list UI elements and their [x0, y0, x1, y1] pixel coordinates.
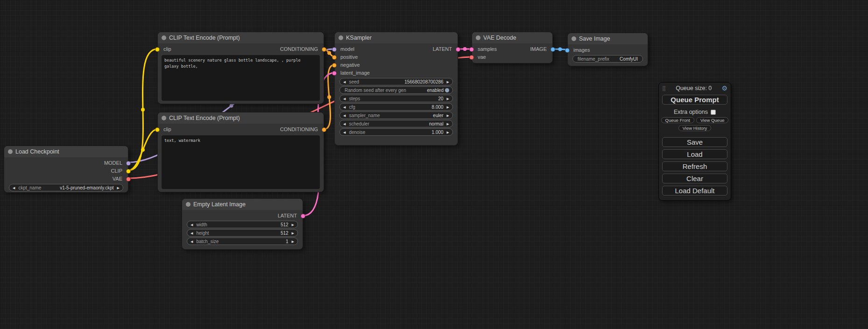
node-clip-text-encode-positive[interactable]: CLIP Text Encode (Prompt) clip CONDITION…: [157, 32, 324, 104]
increment-arrow-icon[interactable]: ▶: [447, 80, 449, 84]
node-title: KSampler: [346, 35, 372, 41]
input-port-latent-image[interactable]: [332, 71, 337, 76]
output-port-clip[interactable]: [126, 169, 131, 174]
decrement-arrow-icon[interactable]: ◀: [13, 186, 15, 189]
node-load-checkpoint[interactable]: Load Checkpoint MODEL CLIP VAE ◀ ckpt_na…: [4, 146, 128, 193]
queue-prompt-button[interactable]: Queue Prompt: [662, 95, 727, 105]
node-title-bar[interactable]: CLIP Text Encode (Prompt): [158, 32, 324, 43]
widget-random-seed-toggle[interactable]: Random seed after every gen enabled: [339, 86, 453, 94]
increment-arrow-icon[interactable]: ▶: [447, 105, 449, 109]
increment-arrow-icon[interactable]: ▶: [447, 114, 449, 117]
drag-handle-icon[interactable]: ⣿: [662, 85, 666, 91]
node-title-bar[interactable]: Save Image: [568, 33, 648, 44]
increment-arrow-icon[interactable]: ▶: [292, 223, 294, 226]
widget-steps[interactable]: ◀ steps 20 ▶: [339, 95, 453, 102]
increment-arrow-icon[interactable]: ▶: [447, 131, 449, 134]
decrement-arrow-icon[interactable]: ◀: [191, 240, 193, 243]
decrement-arrow-icon[interactable]: ◀: [343, 131, 346, 134]
decrement-arrow-icon[interactable]: ◀: [191, 231, 193, 235]
widget-height[interactable]: ◀ height 512 ▶: [187, 229, 298, 237]
widget-denoise[interactable]: ◀ denoise 1.000 ▶: [339, 128, 453, 136]
output-port-latent[interactable]: [301, 214, 305, 218]
input-port-positive[interactable]: [332, 55, 337, 60]
widget-value: 1: [286, 239, 289, 244]
output-port-vae[interactable]: [126, 177, 131, 182]
decrement-arrow-icon[interactable]: ◀: [343, 114, 346, 117]
node-title-bar[interactable]: Load Checkpoint: [4, 146, 128, 157]
increment-arrow-icon[interactable]: ▶: [292, 240, 294, 243]
decrement-arrow-icon[interactable]: ◀: [343, 122, 346, 126]
node-collapse-dot-icon[interactable]: [186, 202, 191, 207]
widget-label: cfg: [349, 105, 355, 110]
queue-front-button[interactable]: Queue Front: [661, 117, 694, 123]
widget-label: steps: [349, 96, 360, 101]
input-port-vae[interactable]: [469, 55, 474, 60]
node-collapse-dot-icon[interactable]: [8, 149, 13, 154]
node-ksampler[interactable]: KSampler model LATENT positive negative …: [334, 32, 458, 146]
view-queue-button[interactable]: View Queue: [696, 117, 729, 123]
output-port-conditioning[interactable]: [322, 127, 326, 132]
output-port-latent[interactable]: [456, 47, 460, 52]
output-port-image[interactable]: [550, 47, 555, 52]
input-port-model[interactable]: [332, 47, 337, 52]
decrement-arrow-icon[interactable]: ◀: [343, 97, 346, 100]
output-port-model[interactable]: [126, 161, 131, 166]
node-collapse-dot-icon[interactable]: [339, 35, 343, 40]
node-title-bar[interactable]: VAE Decode: [472, 32, 552, 43]
prompt-textarea[interactable]: text, watermark: [162, 135, 320, 189]
node-title: VAE Decode: [483, 35, 516, 41]
input-port-clip[interactable]: [155, 127, 160, 132]
widget-label: width: [196, 222, 207, 227]
widget-width[interactable]: ◀ width 512 ▶: [187, 221, 298, 228]
node-clip-text-encode-negative[interactable]: CLIP Text Encode (Prompt) clip CONDITION…: [157, 112, 324, 192]
widget-value: v1-5-pruned-emaonly.ckpt: [60, 185, 113, 190]
node-collapse-dot-icon[interactable]: [476, 35, 480, 40]
settings-gear-icon[interactable]: ⚙: [721, 84, 727, 92]
save-button[interactable]: Save: [662, 137, 727, 147]
widget-scheduler[interactable]: ◀ scheduler normal ▶: [339, 120, 453, 127]
extra-options-checkbox[interactable]: [711, 110, 716, 115]
output-port-conditioning[interactable]: [322, 47, 326, 52]
input-port-samples[interactable]: [469, 47, 474, 52]
decrement-arrow-icon[interactable]: ◀: [343, 105, 346, 109]
widget-filename-prefix[interactable]: filename_prefix ComfyUI: [572, 55, 643, 63]
input-port-negative[interactable]: [332, 63, 337, 68]
widget-ckpt-name[interactable]: ◀ ckpt_name v1-5-pruned-emaonly.ckpt ▶: [9, 184, 123, 191]
decrement-arrow-icon[interactable]: ◀: [191, 223, 193, 226]
node-collapse-dot-icon[interactable]: [162, 35, 166, 40]
node-title: Load Checkpoint: [15, 148, 59, 155]
node-collapse-dot-icon[interactable]: [162, 116, 166, 120]
widget-cfg[interactable]: ◀ cfg 8.000 ▶: [339, 103, 453, 111]
prompt-textarea[interactable]: beautiful scenery nature glass bottle la…: [162, 55, 320, 101]
view-history-button[interactable]: View History: [678, 125, 712, 131]
node-collapse-dot-icon[interactable]: [572, 36, 576, 41]
output-label-latent: LATENT: [278, 212, 297, 220]
decrement-arrow-icon[interactable]: ◀: [343, 80, 346, 84]
widget-seed[interactable]: ◀ seed 156680208700286 ▶: [339, 78, 453, 85]
node-save-image[interactable]: Save Image images filename_prefix ComfyU…: [567, 33, 648, 66]
widget-batch-size[interactable]: ◀ batch_size 1 ▶: [187, 238, 298, 245]
input-label-samples: samples: [478, 45, 497, 53]
node-title-bar[interactable]: KSampler: [335, 32, 458, 43]
node-title-bar[interactable]: CLIP Text Encode (Prompt): [158, 112, 324, 124]
node-graph-canvas[interactable]: Load Checkpoint MODEL CLIP VAE ◀ ckpt_na…: [0, 0, 868, 329]
node-empty-latent-image[interactable]: Empty Latent Image LATENT ◀ width 512 ▶ …: [182, 198, 303, 250]
node-title-bar[interactable]: Empty Latent Image: [182, 199, 303, 210]
load-button[interactable]: Load: [662, 149, 727, 159]
widget-label: batch_size: [196, 239, 219, 244]
queue-size-label: Queue size: 0: [666, 85, 721, 91]
increment-arrow-icon[interactable]: ▶: [447, 97, 449, 100]
load-default-button[interactable]: Load Default: [662, 186, 727, 196]
refresh-button[interactable]: Refresh: [662, 161, 727, 171]
node-vae-decode[interactable]: VAE Decode samples IMAGE vae: [472, 32, 553, 63]
output-label-conditioning: CONDITIONING: [280, 126, 318, 133]
input-port-images[interactable]: [565, 48, 570, 53]
toggle-knob-icon[interactable]: [445, 88, 449, 92]
increment-arrow-icon[interactable]: ▶: [292, 231, 294, 235]
increment-arrow-icon[interactable]: ▶: [117, 186, 120, 189]
clear-button[interactable]: Clear: [662, 174, 727, 183]
input-port-clip[interactable]: [155, 47, 160, 52]
widget-sampler-name[interactable]: ◀ sampler_name euler ▶: [339, 112, 453, 119]
input-label-latent-image: latent_image: [340, 69, 370, 77]
increment-arrow-icon[interactable]: ▶: [447, 122, 449, 126]
